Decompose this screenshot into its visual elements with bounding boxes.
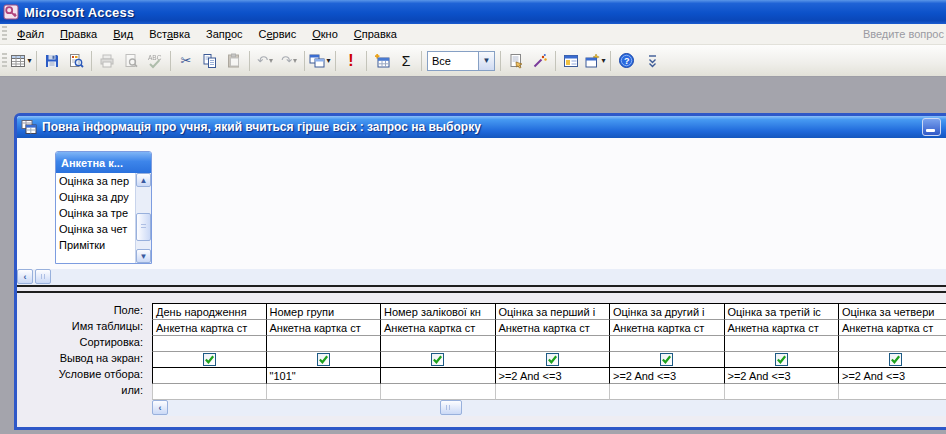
toolbar-grip[interactable] <box>2 53 7 69</box>
view-datasheet-button[interactable]: ▾ <box>10 50 32 72</box>
qbe-sort-cell[interactable] <box>725 336 840 352</box>
show-checkbox[interactable] <box>775 353 788 366</box>
qbe-criteria-cell[interactable]: >=2 And <=3 <box>610 368 725 384</box>
qbe-table-cell[interactable]: Анкетна картка ст <box>152 320 267 336</box>
menu-item-2[interactable]: Вид <box>105 25 141 43</box>
scroll-down-button[interactable]: ▼ <box>136 249 151 263</box>
save-button[interactable] <box>41 50 63 72</box>
toolbar-options-button[interactable] <box>641 50 663 72</box>
qbe-or-cell[interactable] <box>152 384 267 400</box>
run-query-button[interactable]: ! <box>340 50 362 72</box>
qbe-show-cell[interactable] <box>381 352 496 368</box>
scrollbar-thumb[interactable] <box>136 213 151 241</box>
field-list-title[interactable]: Анкетна к... <box>56 152 151 173</box>
database-window-button[interactable] <box>560 50 582 72</box>
qbe-sort-cell[interactable] <box>152 336 267 352</box>
query-type-dropdown-arrow[interactable]: ▾ <box>326 56 330 65</box>
qbe-table-cell[interactable]: Анкетна картка ст <box>839 320 946 336</box>
qbe-or-cell[interactable] <box>267 384 382 400</box>
qbe-show-cell[interactable] <box>610 352 725 368</box>
menu-item-3[interactable]: Вставка <box>141 25 198 43</box>
menu-item-1[interactable]: Правка <box>52 25 105 43</box>
view-dropdown-arrow[interactable]: ▾ <box>27 56 31 65</box>
show-checkbox[interactable] <box>546 353 559 366</box>
top-values-combo[interactable]: Все ▼ <box>427 51 495 71</box>
minimize-button[interactable] <box>922 118 941 136</box>
qbe-show-cell[interactable] <box>725 352 840 368</box>
qbe-criteria-cell[interactable] <box>152 368 267 384</box>
qbe-field-cell[interactable]: Оцінка за другий і <box>610 304 725 320</box>
show-checkbox[interactable] <box>317 353 330 366</box>
top-pane-horizontal-scrollbar[interactable]: ‹ <box>17 269 946 285</box>
qbe-field-cell[interactable]: Номер групи <box>267 304 382 320</box>
qbe-table-cell[interactable]: Анкетна картка ст <box>267 320 382 336</box>
cut-button[interactable]: ✂ <box>175 50 197 72</box>
pane-splitter[interactable] <box>17 285 946 293</box>
qbe-criteria-cell[interactable]: "101" <box>267 368 382 384</box>
qbe-table-cell[interactable]: Анкетна картка ст <box>725 320 840 336</box>
ask-question-box[interactable]: Введите вопрос <box>863 28 944 40</box>
scroll-up-button[interactable]: ▲ <box>136 173 151 187</box>
totals-button[interactable]: Σ <box>395 50 417 72</box>
qbe-show-cell[interactable] <box>839 352 946 368</box>
qbe-field-cell[interactable]: День народження <box>152 304 267 320</box>
copy-button[interactable] <box>199 50 221 72</box>
help-button[interactable]: ? <box>615 50 637 72</box>
combo-dropdown-button[interactable]: ▼ <box>478 52 494 70</box>
qbe-or-cell[interactable] <box>725 384 840 400</box>
scrollbar-thumb[interactable] <box>35 269 51 284</box>
menu-item-6[interactable]: Окно <box>304 25 346 43</box>
qbe-or-cell[interactable] <box>496 384 611 400</box>
properties-button[interactable] <box>505 50 527 72</box>
qbe-sort-cell[interactable] <box>381 336 496 352</box>
query-window-titlebar[interactable]: Повна інформація про учня, який вчиться … <box>17 116 946 138</box>
field-list-item[interactable]: Оцінка за дру <box>56 189 135 205</box>
new-object-button[interactable]: ▾ <box>584 50 606 72</box>
qbe-field-cell[interactable]: Номер залікової кн <box>381 304 496 320</box>
scroll-left-button[interactable]: ‹ <box>152 400 168 415</box>
menu-item-4[interactable]: Запрос <box>198 25 250 43</box>
qbe-field-cell[interactable]: Оцінка за четвери <box>839 304 946 320</box>
query-type-button[interactable]: ▾ <box>309 50 331 72</box>
build-button[interactable] <box>529 50 551 72</box>
qbe-show-cell[interactable] <box>152 352 267 368</box>
qbe-criteria-cell[interactable] <box>381 368 496 384</box>
qbe-field-cell[interactable]: Оцінка за третій іс <box>725 304 840 320</box>
grid-horizontal-scrollbar[interactable]: ‹ <box>152 400 946 416</box>
qbe-or-cell[interactable] <box>381 384 496 400</box>
qbe-show-cell[interactable] <box>267 352 382 368</box>
field-list-item[interactable]: Оцінка за чет <box>56 221 135 237</box>
menubar-grip[interactable] <box>2 26 7 42</box>
qbe-criteria-cell[interactable]: >=2 And <=3 <box>725 368 840 384</box>
qbe-or-cell[interactable] <box>839 384 946 400</box>
menu-item-7[interactable]: Справка <box>346 25 405 43</box>
qbe-sort-cell[interactable] <box>610 336 725 352</box>
field-list-item[interactable]: Оцінка за пер <box>56 173 135 189</box>
scrollbar-thumb[interactable] <box>440 400 462 415</box>
show-checkbox[interactable] <box>889 353 902 366</box>
file-search-button[interactable] <box>65 50 87 72</box>
scissors-icon: ✂ <box>181 54 192 67</box>
qbe-table-cell[interactable]: Анкетна картка ст <box>381 320 496 336</box>
qbe-field-cell[interactable]: Оцінка за перший і <box>496 304 611 320</box>
scroll-left-button[interactable]: ‹ <box>17 269 33 284</box>
show-checkbox[interactable] <box>660 353 673 366</box>
qbe-show-cell[interactable] <box>496 352 611 368</box>
qbe-criteria-cell[interactable]: >=2 And <=3 <box>496 368 611 384</box>
field-list-item[interactable]: Примітки <box>56 237 135 253</box>
show-checkbox[interactable] <box>431 353 444 366</box>
show-table-button[interactable] <box>371 50 393 72</box>
qbe-sort-cell[interactable] <box>839 336 946 352</box>
qbe-sort-cell[interactable] <box>267 336 382 352</box>
new-object-dropdown-arrow[interactable]: ▾ <box>601 56 605 65</box>
menu-item-5[interactable]: Сервис <box>251 25 305 43</box>
qbe-table-cell[interactable]: Анкетна картка ст <box>496 320 611 336</box>
qbe-sort-cell[interactable] <box>496 336 611 352</box>
qbe-table-cell[interactable]: Анкетна картка ст <box>610 320 725 336</box>
menu-item-0[interactable]: Файл <box>9 25 52 43</box>
field-list-item[interactable]: Оцінка за тре <box>56 205 135 221</box>
field-list-vertical-scrollbar[interactable]: ▲ ▼ <box>136 173 151 263</box>
show-checkbox[interactable] <box>203 353 216 366</box>
qbe-criteria-cell[interactable]: >=2 And <=3 <box>839 368 946 384</box>
qbe-or-cell[interactable] <box>610 384 725 400</box>
